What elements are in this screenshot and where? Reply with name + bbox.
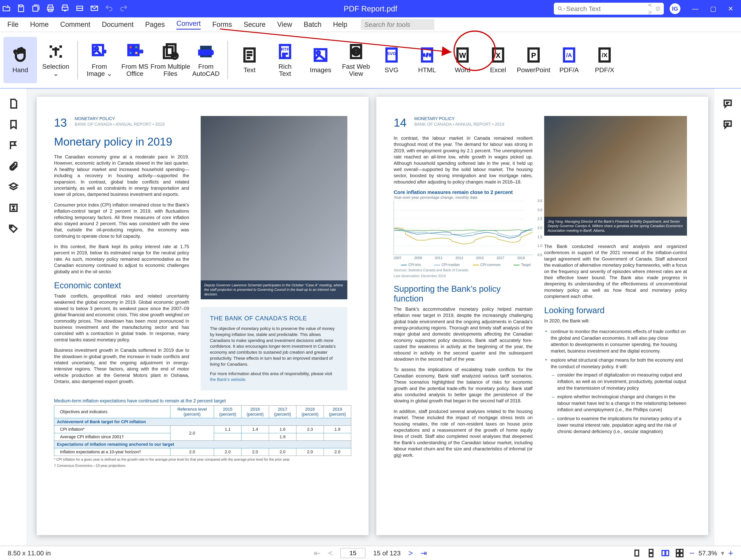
tool-search-input[interactable] [361, 19, 434, 30]
inflation-table: Objectives and indicators Reference leve… [54, 406, 351, 456]
svg-rect-2 [62, 7, 68, 10]
search-nav[interactable]: < > [648, 2, 656, 16]
save-all-icon[interactable] [31, 4, 40, 13]
menu-home[interactable]: Home [30, 20, 49, 28]
menu-file[interactable]: File [7, 20, 18, 28]
svg-text:RTF: RTF [281, 47, 289, 52]
attachment-icon[interactable] [8, 161, 19, 172]
mail-icon[interactable] [90, 4, 99, 13]
last-page-button[interactable]: ⇥ [420, 549, 427, 558]
comments-panel-icon[interactable] [723, 98, 733, 110]
ribbon-pdfx[interactable]: /XPDF/X [588, 37, 621, 83]
ribbon-images[interactable]: Images [304, 37, 337, 83]
ribbon-excel[interactable]: XExcel [481, 37, 515, 83]
ribbon-from-multi[interactable]: From Multiple Files [154, 37, 187, 83]
ribbon-ppt[interactable]: PPowerPoint [517, 37, 550, 83]
menu-forms[interactable]: Forms [212, 20, 232, 28]
ribbon-rtf[interactable]: RTFRich Text [268, 37, 302, 83]
search-input[interactable] [566, 5, 648, 12]
svg-rect-12 [128, 51, 133, 55]
svg-rect-48 [676, 549, 679, 553]
page-14: 14 MONETARY POLICY BANK OF CANADA • ANNU… [376, 97, 708, 535]
svg-text:W: W [459, 51, 466, 59]
print-icon[interactable] [46, 4, 55, 13]
ribbon-from-ms[interactable]: From MS Office [118, 37, 152, 83]
menu-secure[interactable]: Secure [244, 20, 266, 28]
tags-icon[interactable] [8, 223, 19, 235]
thumbnails-icon[interactable] [8, 98, 19, 110]
workspace: 13 MONETARY POLICY BANK OF CANADA • ANNU… [0, 89, 741, 546]
two-page-continuous-view[interactable] [675, 549, 684, 558]
svg-rect-10 [128, 45, 133, 49]
print-options-icon[interactable] [61, 4, 69, 13]
zoom-out-button[interactable]: − [689, 548, 695, 558]
minimize-button[interactable]: — [692, 5, 698, 12]
menu-view[interactable]: View [277, 20, 292, 28]
flag-icon[interactable] [8, 140, 19, 151]
titlebar: PDF Report.pdf ▾ < > IG — ▢ ✕ [0, 0, 741, 17]
prev-page-button[interactable]: < [328, 549, 333, 558]
two-page-view[interactable] [661, 549, 670, 558]
ribbon-word[interactable]: WWord [446, 37, 479, 83]
zoom-in-button[interactable]: + [728, 548, 733, 558]
svg-text:/A: /A [566, 52, 572, 59]
chat-icon[interactable] [723, 119, 733, 130]
svg-point-40 [11, 226, 12, 228]
bank-website-link[interactable]: the Bank’s website [210, 377, 245, 382]
svg-point-41 [726, 123, 727, 124]
next-page-button[interactable]: > [408, 549, 413, 558]
ribbon-hand[interactable]: Hand [3, 37, 37, 83]
menubar: File Home Comment Document Pages Convert… [0, 17, 741, 31]
ribbon-from-acad[interactable]: DWGFrom AutoCAD [189, 37, 223, 83]
single-page-view[interactable] [632, 549, 641, 558]
menu-comment[interactable]: Comment [60, 20, 90, 28]
ribbon-from-image[interactable]: From Image ⌄ [83, 37, 116, 83]
redo-icon[interactable] [119, 4, 128, 13]
svg-text:DWG: DWG [199, 49, 213, 56]
ribbon: HandSelection ⌄From Image ⌄From MS Offic… [0, 31, 741, 89]
photo: Deputy Governor Lawrence Schembri partic… [201, 116, 347, 299]
save-icon[interactable] [17, 4, 25, 13]
ribbon-svg[interactable]: SVGSVG [375, 37, 408, 83]
undo-icon[interactable] [105, 4, 114, 13]
menu-help[interactable]: Help [333, 20, 347, 28]
menu-convert[interactable]: Convert [177, 19, 201, 29]
ribbon-pdfa[interactable]: /APDF/A [552, 37, 586, 83]
close-button[interactable]: ✕ [728, 5, 733, 12]
canvas[interactable]: 13 MONETARY POLICY BANK OF CANADA • ANNU… [27, 89, 714, 546]
first-page-button[interactable]: ⇤ [314, 549, 321, 558]
open-icon[interactable] [2, 4, 11, 13]
bookmarks-icon[interactable] [8, 119, 19, 130]
search-box[interactable]: ▾ < > [554, 3, 664, 15]
svg-text:P: P [531, 51, 536, 59]
page-input[interactable] [340, 548, 365, 558]
window-title: PDF Report.pdf [344, 4, 397, 13]
svg-rect-43 [635, 550, 638, 556]
menu-document[interactable]: Document [102, 20, 134, 28]
search-options-icon[interactable] [656, 6, 660, 12]
page-13: 13 MONETARY POLICY BANK OF CANADA • ANNU… [37, 97, 368, 535]
ribbon-selection[interactable]: Selection ⌄ [39, 37, 73, 83]
heading: Monetary policy in 2019 [54, 135, 189, 148]
svg-text:/X: /X [602, 52, 607, 59]
ribbon-fastweb[interactable]: Fast Web View [339, 37, 373, 83]
layers-icon[interactable] [8, 182, 19, 193]
photo: Jing Yang, Managing Director of the Bank… [544, 116, 687, 235]
ocr-icon[interactable] [8, 203, 19, 214]
menu-batch[interactable]: Batch [304, 20, 322, 28]
svg-rect-45 [649, 553, 653, 557]
menu-pages[interactable]: Pages [145, 20, 165, 28]
scan-icon[interactable] [75, 4, 84, 13]
svg-rect-50 [676, 553, 679, 557]
maximize-button[interactable]: ▢ [710, 5, 716, 12]
right-rail [714, 89, 741, 546]
inflation-chart: 0.51.01.52.02.53.03.5 [394, 201, 533, 255]
svg-rect-11 [134, 45, 139, 49]
ribbon-html[interactable]: HTML [410, 37, 444, 83]
bullet-list: continue to monitor the macroeconomic ef… [544, 328, 687, 435]
ribbon-text[interactable]: Text [233, 37, 266, 83]
continuous-view[interactable] [647, 549, 656, 558]
info-box: THE BANK OF CANADA’S ROLE The objective … [201, 307, 347, 391]
page-nav: ⇤ < 15 of 123 > ⇥ [314, 548, 427, 558]
user-avatar[interactable]: IG [670, 3, 680, 14]
